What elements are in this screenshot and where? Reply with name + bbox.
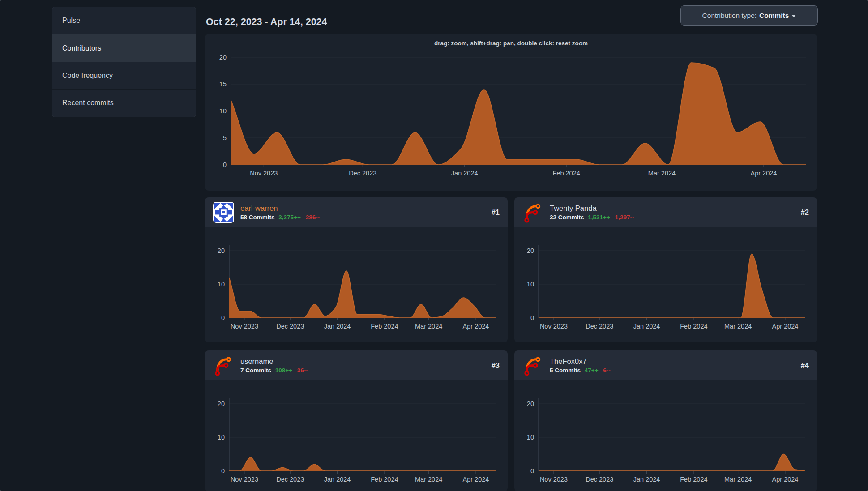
svg-text:Feb 2024: Feb 2024 bbox=[371, 323, 398, 330]
contributor-stats: 7 Commits 108++ 36-- bbox=[240, 367, 492, 374]
rank-badge: #4 bbox=[801, 361, 809, 370]
svg-text:Mar 2024: Mar 2024 bbox=[724, 476, 752, 483]
contributor-name: TheFox0x7 bbox=[550, 357, 801, 366]
contributors-page: Pulse Contributors Code frequency Recent… bbox=[0, 0, 868, 491]
svg-text:10: 10 bbox=[527, 281, 534, 288]
svg-text:0: 0 bbox=[530, 314, 534, 321]
contributor-area-chart[interactable]: 01020Nov 2023Dec 2023Jan 2024Feb 2024Mar… bbox=[514, 380, 817, 491]
svg-text:Mar 2024: Mar 2024 bbox=[415, 476, 442, 483]
contributor-area-chart[interactable]: 01020Nov 2023Dec 2023Jan 2024Feb 2024Mar… bbox=[514, 227, 817, 342]
svg-text:0: 0 bbox=[221, 314, 225, 321]
contributor-card: earl-warren 58 Commits 3,375++ 286-- #1 … bbox=[205, 197, 508, 342]
svg-text:20: 20 bbox=[219, 54, 227, 61]
sidebar-item-contributors[interactable]: Contributors bbox=[52, 34, 196, 61]
svg-text:Nov 2023: Nov 2023 bbox=[540, 476, 568, 483]
svg-text:Apr 2024: Apr 2024 bbox=[463, 323, 489, 330]
contributor-card: Twenty Panda 32 Commits 1,531++ 1,297-- … bbox=[514, 197, 817, 342]
svg-text:20: 20 bbox=[527, 400, 534, 407]
svg-text:Jan 2024: Jan 2024 bbox=[633, 476, 660, 483]
svg-text:Nov 2023: Nov 2023 bbox=[250, 170, 278, 177]
svg-text:10: 10 bbox=[218, 281, 225, 288]
svg-text:20: 20 bbox=[218, 400, 225, 407]
contributor-area-chart[interactable]: 01020Nov 2023Dec 2023Jan 2024Feb 2024Mar… bbox=[205, 380, 508, 491]
svg-text:10: 10 bbox=[219, 107, 227, 115]
additions-count: 3,375++ bbox=[278, 214, 301, 221]
contributor-card: TheFox0x7 5 Commits 47++ 6-- #4 01020Nov… bbox=[514, 350, 817, 491]
svg-text:0: 0 bbox=[530, 467, 534, 474]
sidebar-item-code-frequency[interactable]: Code frequency bbox=[52, 62, 196, 89]
deletions-count: 1,297-- bbox=[615, 214, 634, 221]
additions-count: 47++ bbox=[585, 367, 599, 374]
svg-text:Feb 2024: Feb 2024 bbox=[680, 476, 707, 483]
svg-text:Apr 2024: Apr 2024 bbox=[750, 170, 777, 177]
svg-text:Jan 2024: Jan 2024 bbox=[324, 323, 351, 330]
svg-text:Jan 2024: Jan 2024 bbox=[633, 323, 660, 330]
svg-text:Mar 2024: Mar 2024 bbox=[415, 323, 442, 330]
commit-count: 58 Commits bbox=[240, 214, 275, 221]
contributor-card: username 7 Commits 108++ 36-- #3 01020No… bbox=[205, 350, 508, 491]
svg-text:Nov 2023: Nov 2023 bbox=[231, 323, 258, 330]
additions-count: 1,531++ bbox=[588, 214, 610, 221]
chevron-down-icon bbox=[791, 15, 796, 17]
svg-text:Apr 2024: Apr 2024 bbox=[772, 476, 799, 483]
rank-badge: #3 bbox=[492, 361, 500, 370]
contributor-area-chart[interactable]: 01020Nov 2023Dec 2023Jan 2024Feb 2024Mar… bbox=[205, 227, 508, 342]
svg-text:5: 5 bbox=[223, 134, 227, 141]
commit-count: 7 Commits bbox=[240, 367, 271, 374]
svg-text:Dec 2023: Dec 2023 bbox=[276, 476, 304, 483]
svg-text:Feb 2024: Feb 2024 bbox=[553, 170, 580, 177]
sidebar-item-pulse[interactable]: Pulse bbox=[52, 7, 196, 34]
rank-badge: #2 bbox=[801, 208, 809, 217]
svg-text:Jan 2024: Jan 2024 bbox=[324, 476, 351, 483]
sidebar-menu: Pulse Contributors Code frequency Recent… bbox=[52, 7, 196, 117]
forgejo-logo-avatar bbox=[522, 202, 543, 223]
svg-text:Jan 2024: Jan 2024 bbox=[451, 170, 478, 177]
rank-badge: #1 bbox=[492, 208, 500, 217]
svg-text:Feb 2024: Feb 2024 bbox=[371, 476, 398, 483]
contribution-type-value: Commits bbox=[759, 12, 789, 20]
forgejo-logo-avatar bbox=[522, 355, 543, 376]
svg-text:Mar 2024: Mar 2024 bbox=[648, 170, 676, 177]
contributor-name-link[interactable]: earl-warren bbox=[240, 204, 492, 213]
svg-text:Nov 2023: Nov 2023 bbox=[231, 476, 258, 483]
svg-text:20: 20 bbox=[218, 247, 225, 254]
contribution-type-label: Contribution type: bbox=[702, 12, 757, 20]
overview-area-chart[interactable]: 05101520Nov 2023Dec 2023Jan 2024Feb 2024… bbox=[205, 34, 817, 191]
svg-text:Feb 2024: Feb 2024 bbox=[680, 323, 707, 330]
svg-text:Dec 2023: Dec 2023 bbox=[586, 476, 613, 483]
avatar-identicon bbox=[213, 202, 234, 223]
deletions-count: 36-- bbox=[297, 367, 308, 374]
svg-text:Dec 2023: Dec 2023 bbox=[586, 323, 613, 330]
svg-text:0: 0 bbox=[223, 161, 227, 168]
svg-text:0: 0 bbox=[221, 467, 225, 474]
svg-text:10: 10 bbox=[527, 434, 534, 441]
contributor-stats: 32 Commits 1,531++ 1,297-- bbox=[550, 214, 801, 221]
svg-text:Mar 2024: Mar 2024 bbox=[724, 323, 752, 330]
overview-chart-card: drag: zoom, shift+drag: pan, double clic… bbox=[205, 34, 817, 191]
svg-text:15: 15 bbox=[219, 81, 227, 88]
forgejo-logo-avatar bbox=[213, 355, 234, 376]
contributor-name: username bbox=[240, 357, 492, 366]
contributor-stats: 5 Commits 47++ 6-- bbox=[550, 367, 801, 374]
chart-zoom-hint: drag: zoom, shift+drag: pan, double clic… bbox=[205, 40, 817, 47]
svg-text:Apr 2024: Apr 2024 bbox=[772, 323, 799, 330]
svg-text:Dec 2023: Dec 2023 bbox=[276, 323, 304, 330]
additions-count: 108++ bbox=[275, 367, 292, 374]
deletions-count: 6-- bbox=[603, 367, 611, 374]
svg-text:Dec 2023: Dec 2023 bbox=[349, 170, 376, 177]
svg-text:Nov 2023: Nov 2023 bbox=[540, 323, 568, 330]
deletions-count: 286-- bbox=[306, 214, 320, 221]
commit-count: 32 Commits bbox=[550, 214, 584, 221]
svg-text:10: 10 bbox=[218, 434, 225, 441]
date-range-title: Oct 22, 2023 - Apr 14, 2024 bbox=[206, 17, 327, 28]
contribution-type-dropdown[interactable]: Contribution type: Commits bbox=[680, 5, 818, 26]
contributor-name: Twenty Panda bbox=[550, 204, 801, 213]
sidebar-item-recent-commits[interactable]: Recent commits bbox=[52, 89, 196, 116]
commit-count: 5 Commits bbox=[550, 367, 581, 374]
contributor-stats: 58 Commits 3,375++ 286-- bbox=[240, 214, 492, 221]
svg-text:Apr 2024: Apr 2024 bbox=[463, 476, 489, 483]
svg-text:20: 20 bbox=[527, 247, 534, 254]
